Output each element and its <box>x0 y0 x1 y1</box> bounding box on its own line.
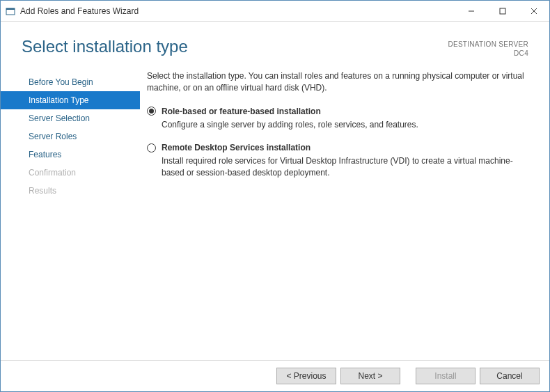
sidebar-item-installation-type[interactable]: Installation Type <box>1 91 140 109</box>
sidebar: Before You Begin Installation Type Serve… <box>1 70 140 360</box>
svg-rect-1 <box>6 8 15 10</box>
option-title: Remote Desktop Services installation <box>162 143 311 152</box>
svg-rect-3 <box>500 8 505 14</box>
cancel-button[interactable]: Cancel <box>480 368 540 384</box>
app-icon <box>5 6 16 17</box>
sidebar-item-results: Results <box>1 182 140 200</box>
option-remote-desktop[interactable]: Remote Desktop Services installation Ins… <box>147 143 528 179</box>
destination-label: DESTINATION SERVER <box>448 40 528 49</box>
maximize-button[interactable] <box>487 1 518 21</box>
titlebar: Add Roles and Features Wizard <box>1 1 549 22</box>
main-content: Select the installation type. You can in… <box>140 70 528 360</box>
sidebar-item-confirmation: Confirmation <box>1 164 140 182</box>
option-title: Role-based or feature-based installation <box>162 107 321 116</box>
radio-remote-desktop[interactable] <box>147 143 156 152</box>
destination-value: DC4 <box>448 49 528 58</box>
previous-button[interactable]: < Previous <box>276 368 336 384</box>
sidebar-item-before-you-begin[interactable]: Before You Begin <box>1 73 140 91</box>
option-desc: Install required role services for Virtu… <box>162 155 528 179</box>
install-button: Install <box>416 368 476 384</box>
footer: < Previous Next > Install Cancel <box>1 360 549 391</box>
option-role-based[interactable]: Role-based or feature-based installation… <box>147 107 528 131</box>
window-title: Add Roles and Features Wizard <box>20 6 455 16</box>
header: Select installation type DESTINATION SER… <box>1 22 549 65</box>
radio-role-based[interactable] <box>147 107 156 116</box>
next-button[interactable]: Next > <box>340 368 400 384</box>
sidebar-item-server-roles[interactable]: Server Roles <box>1 127 140 146</box>
wizard-body: Before You Begin Installation Type Serve… <box>1 65 549 360</box>
minimize-button[interactable] <box>455 1 487 21</box>
sidebar-item-server-selection[interactable]: Server Selection <box>1 109 140 127</box>
close-button[interactable] <box>518 1 549 21</box>
page-title: Select installation type <box>22 37 448 56</box>
sidebar-item-features[interactable]: Features <box>1 146 140 164</box>
intro-text: Select the installation type. You can in… <box>147 70 528 94</box>
destination-server: DESTINATION SERVER DC4 <box>448 37 528 58</box>
option-desc: Configure a single server by adding role… <box>162 119 528 131</box>
